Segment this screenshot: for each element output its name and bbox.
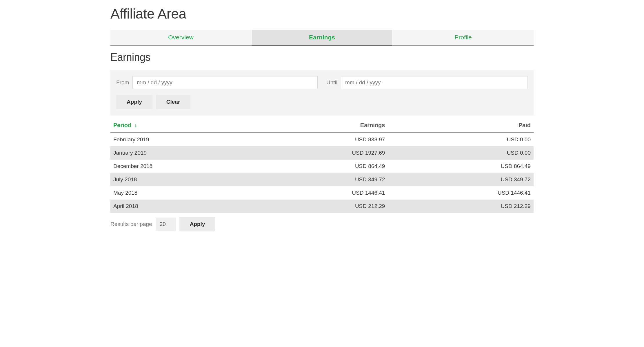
results-per-page: Results per page Apply [110, 217, 534, 231]
column-header-period[interactable]: Period ↓ [110, 118, 271, 133]
cell-earnings: USD 349.72 [271, 173, 403, 186]
cell-paid: USD 212.29 [402, 200, 534, 213]
cell-period: February 2019 [110, 133, 271, 147]
column-header-earnings[interactable]: Earnings [271, 118, 403, 133]
earnings-table: Period ↓ Earnings Paid February 2019 USD… [110, 118, 534, 213]
until-date-input[interactable] [341, 76, 528, 89]
cell-paid: USD 1446.41 [402, 186, 534, 200]
results-per-page-input[interactable] [156, 218, 176, 231]
cell-earnings: USD 212.29 [271, 200, 403, 213]
table-row: July 2018 USD 349.72 USD 349.72 [110, 173, 534, 186]
table-row: April 2018 USD 212.29 USD 212.29 [110, 200, 534, 213]
tab-bar: Overview Earnings Profile [110, 30, 534, 46]
cell-period: January 2019 [110, 146, 271, 160]
cell-period: April 2018 [110, 200, 271, 213]
cell-paid: USD 0.00 [402, 146, 534, 160]
cell-paid: USD 864.49 [402, 160, 534, 173]
cell-period: July 2018 [110, 173, 271, 186]
section-title: Earnings [110, 51, 534, 63]
from-date-input[interactable] [132, 76, 318, 89]
cell-paid: USD 0.00 [402, 133, 534, 147]
apply-pager-button[interactable]: Apply [179, 217, 216, 231]
cell-period: December 2018 [110, 160, 271, 173]
filter-panel: From Until Apply Clear [110, 70, 534, 116]
cell-paid: USD 349.72 [402, 173, 534, 186]
from-label: From [116, 79, 129, 86]
table-row: January 2019 USD 1927.69 USD 0.00 [110, 146, 534, 160]
table-row: December 2018 USD 864.49 USD 864.49 [110, 160, 534, 173]
page-title: Affiliate Area [110, 6, 534, 22]
table-row: February 2019 USD 838.97 USD 0.00 [110, 133, 534, 147]
cell-earnings: USD 1446.41 [271, 186, 403, 200]
clear-filter-button[interactable]: Clear [156, 95, 191, 109]
cell-earnings: USD 838.97 [271, 133, 403, 147]
results-per-page-label: Results per page [110, 221, 152, 227]
column-header-period-label: Period [113, 122, 131, 128]
until-label: Until [326, 79, 337, 86]
cell-earnings: USD 1927.69 [271, 146, 403, 160]
column-header-paid[interactable]: Paid [402, 118, 534, 133]
earnings-table-body: February 2019 USD 838.97 USD 0.00 Januar… [110, 133, 534, 213]
tab-earnings[interactable]: Earnings [252, 30, 393, 46]
cell-period: May 2018 [110, 186, 271, 200]
sort-descending-icon: ↓ [134, 122, 137, 129]
apply-filter-button[interactable]: Apply [116, 95, 152, 109]
tab-profile[interactable]: Profile [393, 30, 534, 45]
cell-earnings: USD 864.49 [271, 160, 403, 173]
tab-overview[interactable]: Overview [110, 30, 252, 45]
table-row: May 2018 USD 1446.41 USD 1446.41 [110, 186, 534, 200]
